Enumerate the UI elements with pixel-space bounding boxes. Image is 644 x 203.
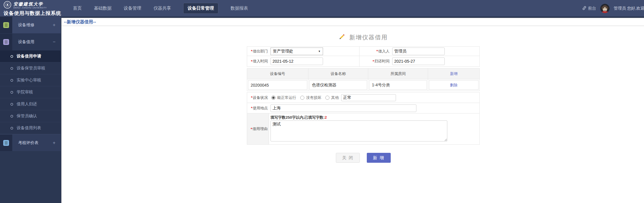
- lend-dept-select[interactable]: 资产管理处 ▼: [270, 48, 323, 55]
- delete-device-row-link[interactable]: 删除: [450, 83, 458, 88]
- system-title: 设备使用与数据上报系统: [4, 10, 61, 17]
- nav-item-data-report[interactable]: 数据报表: [231, 6, 248, 11]
- sidebar: 设备维修 + 设备借用 − 设备借用申请 设备保管员审核 实验中心审核 学院审核…: [0, 17, 61, 203]
- sidebar-submenu-device-borrow: 设备借用申请 设备保管员审核 实验中心审核 学院审核 借用人归还 保管员确认 设…: [0, 50, 61, 134]
- status-other-input[interactable]: [341, 94, 396, 101]
- return-time-label: *归还时间: [359, 56, 391, 66]
- device-status-label: *设备状况: [247, 92, 269, 103]
- device-code-cell[interactable]: 20200045: [248, 80, 307, 90]
- close-button[interactable]: 关 闭: [336, 153, 360, 163]
- use-place-input[interactable]: [270, 104, 416, 112]
- add-device-row-link[interactable]: 新增: [450, 71, 458, 76]
- app-logo-block: 安徽建筑大学 ANHUI JIANZHU UNIVERSITY 设备使用与数据上…: [0, 0, 61, 17]
- breadcrumb: --新增仪器借用--: [62, 18, 644, 26]
- sidebar-item-college-review[interactable]: 学院审核: [0, 86, 61, 98]
- submit-add-button[interactable]: 新 增: [367, 153, 391, 163]
- sidebar-group-device-repair[interactable]: 设备维修 +: [0, 17, 61, 34]
- menu-list-icon: [3, 140, 9, 146]
- device-table: 设备编号 设备名称 所属房间 新增 20200045 色谱仪检测器 1-4号分类…: [247, 68, 480, 91]
- borrower-label: *借入人: [359, 47, 391, 56]
- university-name-en: ANHUI JIANZHU UNIVERSITY: [13, 7, 47, 9]
- sidebar-item-lab-center-review[interactable]: 实验中心审核: [0, 74, 61, 86]
- reason-label: *借用理由: [247, 113, 269, 144]
- lend-dept-label: *借出部门: [247, 47, 269, 56]
- form-title: 新增仪器借用: [247, 33, 480, 42]
- university-name-cn: 安徽建筑大学: [13, 2, 47, 6]
- chevron-down-icon: ▼: [318, 50, 321, 53]
- sidebar-item-borrow-list[interactable]: 设备借用列表: [0, 122, 61, 134]
- device-status-radio-group: 能正常运行 没有损坏 其他: [269, 94, 479, 101]
- top-header: 安徽建筑大学 ANHUI JIANZHU UNIVERSITY 设备使用与数据上…: [0, 0, 644, 17]
- bullet-icon: [11, 115, 13, 118]
- collapse-minus-icon: −: [53, 39, 61, 45]
- user-avatar[interactable]: [600, 4, 610, 13]
- expand-plus-icon: +: [53, 140, 61, 146]
- bullet-icon: [11, 127, 13, 130]
- col-device-name: 设备名称: [308, 69, 369, 79]
- form-detail-table: *设备状况 能正常运行 没有损坏 其他 *使用地点: [247, 92, 480, 145]
- form-title-text: 新增仪器借用: [349, 34, 388, 41]
- borrow-time-input[interactable]: [270, 57, 323, 65]
- device-table-header: 设备编号 设备名称 所属房间 新增: [247, 69, 479, 79]
- menu-list-icon: [3, 22, 9, 28]
- col-device-code: 设备编号: [247, 69, 308, 79]
- bullet-icon: [11, 79, 13, 82]
- col-device-room: 所属房间: [368, 69, 428, 79]
- nav-item-daily-management[interactable]: 设备日常管理: [183, 3, 218, 14]
- borrow-form: 新增仪器借用 *借出部门 资产管理处 ▼ *借入人: [247, 33, 480, 163]
- main-nav: 首页 基础数据 设备管理 仪器共享 设备日常管理 数据报表: [73, 0, 248, 17]
- sidebar-item-custodian-review[interactable]: 设备保管员审核: [0, 62, 61, 74]
- sidebar-item-borrower-return[interactable]: 借用人归还: [0, 98, 61, 110]
- expand-plus-icon: +: [53, 22, 61, 28]
- menu-list-icon: [3, 39, 9, 45]
- use-place-label: *使用地点: [247, 103, 269, 113]
- frontend-link[interactable]: 前台: [582, 6, 596, 11]
- form-buttons: 关 闭 新 增: [247, 153, 480, 163]
- char-count: 2: [325, 115, 327, 120]
- radio-can-run[interactable]: [271, 96, 275, 100]
- bullet-icon: [11, 103, 13, 106]
- nav-item-instrument-sharing[interactable]: 仪器共享: [153, 6, 171, 11]
- sidebar-group-device-borrow[interactable]: 设备借用 −: [0, 34, 61, 50]
- sidebar-item-custodian-confirm[interactable]: 保管员确认: [0, 110, 61, 122]
- sidebar-group-assessment[interactable]: 考核评价表 +: [0, 134, 61, 151]
- nav-item-home[interactable]: 首页: [73, 6, 82, 11]
- link-icon: [582, 6, 587, 11]
- device-table-row: 20200045 色谱仪检测器 1-4号分类 删除: [247, 79, 479, 91]
- device-name-cell[interactable]: 色谱仪检测器: [309, 80, 367, 90]
- reason-char-hint: 填写字数250字以内,已填写字数:2: [270, 115, 479, 120]
- bullet-icon: [11, 55, 13, 58]
- nav-item-basic-data[interactable]: 基础数据: [94, 6, 111, 11]
- nav-item-device-management[interactable]: 设备管理: [124, 6, 141, 11]
- reason-textarea[interactable]: 测试: [270, 120, 447, 141]
- content-panel: --新增仪器借用-- 新增仪器借用 *借出部门 资产管理处: [61, 18, 644, 203]
- sidebar-item-borrow-apply[interactable]: 设备借用申请: [0, 50, 61, 62]
- user-greeting: 管理员 您好,欢迎登: [614, 6, 644, 11]
- radio-other[interactable]: [325, 96, 329, 100]
- device-room-cell[interactable]: 1-4号分类: [369, 80, 427, 90]
- university-seal-icon: [4, 1, 11, 10]
- bullet-icon: [11, 67, 13, 70]
- form-basic-table: *借出部门 资产管理处 ▼ *借入人 *借入时间: [247, 46, 480, 67]
- header-right: 前台 管理员 您好,欢迎登: [582, 0, 644, 17]
- borrow-time-label: *借入时间: [247, 56, 269, 66]
- pencil-icon: [339, 34, 345, 41]
- bullet-icon: [11, 91, 13, 94]
- borrower-input[interactable]: [392, 48, 445, 55]
- return-time-input[interactable]: [392, 57, 445, 65]
- radio-no-damage[interactable]: [300, 96, 304, 100]
